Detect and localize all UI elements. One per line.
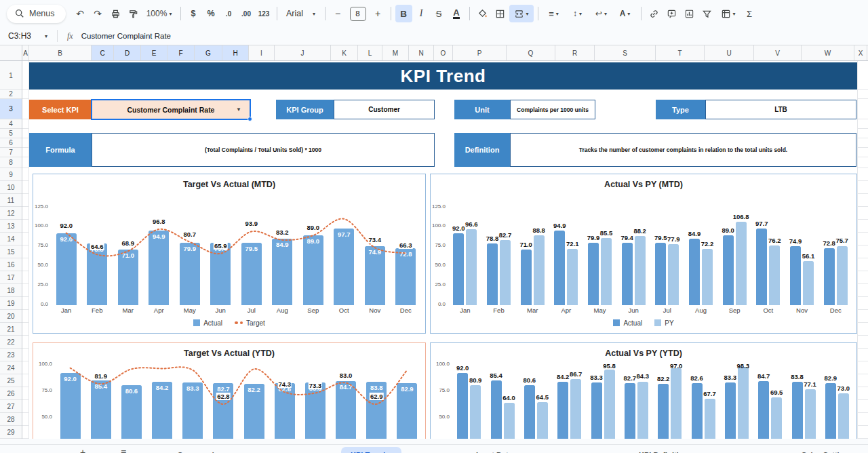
column-header-I[interactable]: I [249, 45, 275, 60]
row-header-19[interactable]: 19 [0, 297, 22, 310]
row-header-7[interactable]: 7 [0, 148, 22, 157]
column-header-T[interactable]: T [656, 45, 705, 60]
row-header-24[interactable]: 24 [0, 361, 22, 374]
vertical-align-button[interactable]: ↕▾ [566, 5, 589, 22]
row-header-10[interactable]: 10 [0, 181, 22, 194]
row-header-2[interactable]: 2 [0, 90, 22, 99]
print-button[interactable] [107, 5, 124, 22]
text-wrap-button[interactable]: ↩▾ [590, 5, 613, 22]
column-header-E[interactable]: E [141, 45, 167, 60]
row-header-9[interactable]: 9 [0, 168, 22, 181]
row-header-17[interactable]: 17 [0, 271, 22, 284]
row-header-21[interactable]: 21 [0, 323, 22, 336]
redo-button[interactable]: ↷ [90, 5, 106, 22]
chart-target-vs-actual-mtd[interactable]: Target Vs Actual (MTD)125.0100.075.050.0… [33, 174, 426, 334]
all-sheets-icon[interactable]: ≡ [121, 447, 126, 453]
spreadsheet-grid[interactable]: 1234567891011121314151617181920212223242… [0, 61, 868, 439]
insert-comment-button[interactable] [663, 5, 680, 22]
column-header-Q[interactable]: Q [507, 45, 555, 60]
column-header-K[interactable]: K [331, 45, 358, 60]
row-header-15[interactable]: 15 [0, 245, 22, 258]
kpi-dropdown[interactable]: Customer Complaint Rate ▼ [92, 100, 250, 119]
strikethrough-button[interactable]: S [431, 5, 448, 22]
row-header-27[interactable]: 27 [0, 400, 22, 413]
row-header-6[interactable]: 6 [0, 138, 22, 148]
row-header-12[interactable]: 12 [0, 207, 22, 220]
column-header-S[interactable]: S [595, 45, 656, 60]
fill-color-button[interactable] [474, 5, 491, 22]
add-sheet-icon[interactable]: + [80, 447, 85, 453]
column-header-J[interactable]: J [275, 45, 331, 60]
column-header-D[interactable]: D [114, 45, 141, 60]
create-filter-button[interactable] [698, 5, 715, 22]
text-color-button[interactable]: A [448, 5, 465, 22]
format-currency-button[interactable]: $ [185, 5, 202, 22]
zoom-select[interactable]: 100%▾ [142, 5, 176, 22]
row-header-20[interactable]: 20 [0, 310, 22, 323]
increase-decimals-button[interactable]: .00 [238, 5, 255, 22]
row-header-25[interactable]: 25 [0, 374, 22, 387]
sheet-tab-input-data[interactable]: Input Data [467, 447, 522, 453]
chevron-down-icon[interactable]: ▾ [45, 33, 47, 39]
paint-format-button[interactable] [125, 5, 142, 22]
format-percent-button[interactable]: % [203, 5, 220, 22]
column-header-C[interactable]: C [92, 45, 114, 60]
chart-target-vs-actual-ytd[interactable]: Target Vs Actual (YTD)100.075.050.092.08… [33, 342, 426, 439]
column-header-P[interactable]: P [453, 45, 507, 60]
column-header-F[interactable]: F [167, 45, 195, 60]
row-header-18[interactable]: 18 [0, 284, 22, 297]
column-header-R[interactable]: R [555, 45, 595, 60]
column-header-N[interactable]: N [409, 45, 434, 60]
italic-button[interactable]: I [413, 5, 430, 22]
borders-button[interactable] [492, 5, 509, 22]
column-header-A[interactable]: A [22, 45, 29, 60]
column-header-X[interactable]: X [854, 45, 867, 60]
column-header-M[interactable]: M [382, 45, 409, 60]
select-all-corner[interactable] [0, 45, 22, 60]
column-header-W[interactable]: W [802, 45, 854, 60]
column-header-G[interactable]: G [195, 45, 222, 60]
font-family-select[interactable]: Arial▾ [281, 5, 321, 22]
row-header-22[interactable]: 22 [0, 336, 22, 349]
row-header-11[interactable]: 11 [0, 194, 22, 207]
row-header-3[interactable]: 3 [0, 99, 22, 119]
functions-button[interactable]: Σ [741, 5, 758, 22]
sheet-tab-scorecard[interactable]: Scorecard [168, 447, 224, 453]
row-header-8[interactable]: 8 [0, 157, 22, 168]
more-formats-button[interactable]: 123 [256, 5, 273, 22]
column-header-B[interactable]: B [29, 45, 92, 60]
row-header-4[interactable]: 4 [0, 119, 22, 129]
row-header-1[interactable]: 1 [0, 62, 22, 90]
dropdown-arrow-icon[interactable]: ▼ [236, 106, 241, 113]
row-header-13[interactable]: 13 [0, 220, 22, 233]
sheet-tab-kpi-definitions[interactable]: KPI Definitions [629, 447, 701, 453]
undo-button[interactable]: ↶ [72, 5, 89, 22]
formula-input[interactable]: Customer Complaint Rate [81, 32, 171, 40]
text-rotation-button[interactable]: A▾ [614, 5, 637, 22]
menus-search[interactable]: Menus [7, 5, 66, 23]
row-header-28[interactable]: 28 [0, 413, 22, 426]
table-views-button[interactable]: ▾ [716, 5, 741, 22]
decrease-decimals-button[interactable]: .0 [220, 5, 237, 22]
horizontal-align-button[interactable]: ≡▾ [542, 5, 566, 22]
column-header-O[interactable]: O [434, 45, 453, 60]
merge-cells-button[interactable]: ▾ [509, 5, 534, 22]
chart-actual-vs-py-ytd[interactable]: Actual Vs PY (YTD)100.075.050.092.085.48… [430, 342, 857, 439]
row-header-16[interactable]: 16 [0, 258, 22, 271]
row-header-29[interactable]: 29 [0, 426, 22, 439]
column-header-V[interactable]: V [754, 45, 802, 60]
chart-actual-vs-py-mtd[interactable]: Actual Vs PY (MTD)125.0100.075.050.025.0… [430, 174, 857, 334]
sheet-tab-sales-settings[interactable]: Sales Settings [792, 447, 862, 453]
row-header-26[interactable]: 26 [0, 387, 22, 400]
insert-link-button[interactable] [646, 5, 663, 22]
increase-font-size-button[interactable]: + [370, 5, 387, 22]
row-header-14[interactable]: 14 [0, 233, 22, 245]
sheet-tab-kpi-trend[interactable]: KPI Trend▾ [341, 447, 401, 453]
row-header-23[interactable]: 23 [0, 349, 22, 361]
row-header-5[interactable]: 5 [0, 129, 22, 138]
insert-chart-button[interactable] [681, 5, 698, 22]
decrease-font-size-button[interactable]: − [330, 5, 347, 22]
selection-fill-handle[interactable] [248, 117, 252, 121]
font-size-input[interactable]: 8 [350, 7, 366, 21]
name-box[interactable]: C3:H3 [0, 31, 45, 41]
